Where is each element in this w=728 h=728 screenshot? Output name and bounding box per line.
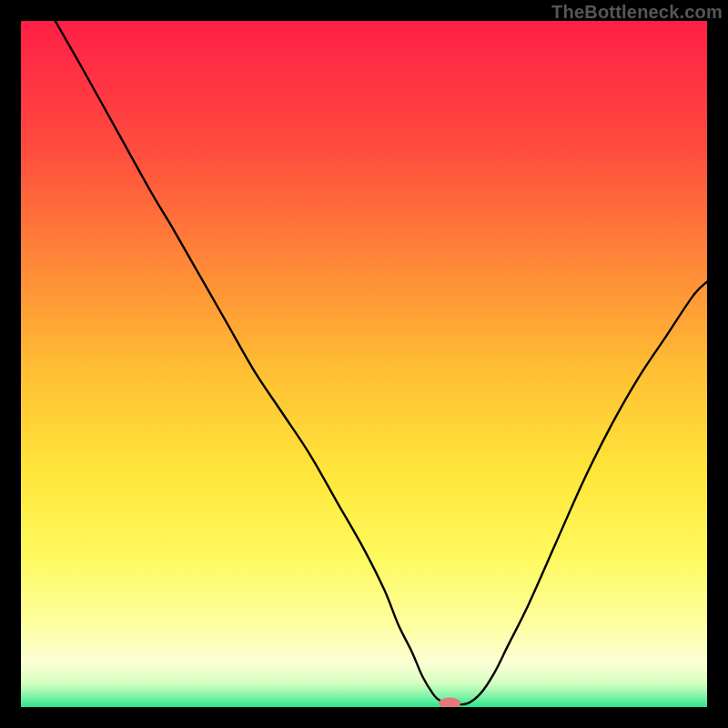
gradient-background bbox=[21, 21, 707, 707]
plot-area bbox=[21, 21, 707, 707]
watermark-text: TheBottleneck.com bbox=[551, 2, 723, 23]
chart-svg bbox=[21, 21, 707, 707]
chart-frame: TheBottleneck.com bbox=[0, 0, 728, 728]
